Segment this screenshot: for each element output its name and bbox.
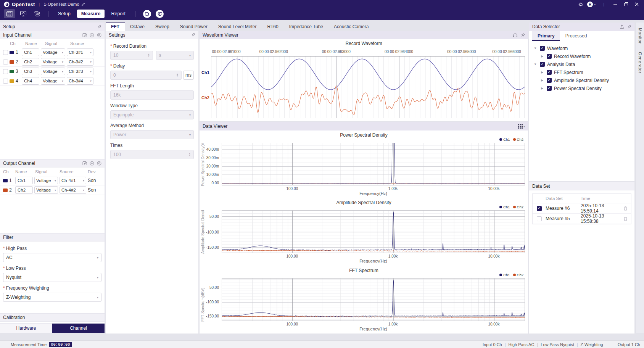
data-set-row[interactable]: Measure #62025-10-13 15:59:14 — [533, 203, 631, 214]
delay-spinner[interactable]: 0▲▼ — [110, 71, 182, 80]
source-select[interactable]: Ch-3#3▾ — [67, 68, 93, 75]
source-select[interactable]: Ch-3#2▾ — [67, 58, 93, 66]
tree-checkbox[interactable] — [547, 78, 552, 83]
spinner-arrows-icon[interactable]: ▲▼ — [188, 153, 191, 156]
signal-select[interactable]: Voltage▾ — [41, 77, 65, 85]
source-select[interactable]: Ch-3#4▾ — [67, 77, 93, 85]
tree-checkbox[interactable] — [547, 70, 552, 75]
selector-tab-processed[interactable]: Processed — [560, 31, 592, 41]
tab-fft[interactable]: FFT — [106, 23, 125, 31]
record-duration-spinner[interactable]: 10▲▼ — [110, 51, 153, 60]
tree-item[interactable]: ▶Record Waveform — [531, 52, 633, 60]
row-checkbox[interactable] — [3, 79, 8, 84]
data-set-checkbox[interactable] — [537, 216, 542, 221]
signal-select[interactable]: Voltage▾ — [34, 186, 58, 194]
pin-icon[interactable] — [97, 25, 101, 29]
nav-setup[interactable]: Setup — [54, 10, 75, 18]
channel-name-input[interactable]: Ch2 — [22, 58, 39, 66]
tree-checkbox[interactable] — [547, 54, 552, 59]
tree-item[interactable]: ▶Amplitude Spectral Density — [531, 76, 633, 84]
plot-area[interactable] — [222, 278, 525, 321]
tab-sound-power[interactable]: Sound Power — [175, 23, 213, 31]
setup-tab-hardware[interactable]: Hardware — [0, 324, 52, 333]
target-settings-icon[interactable] — [97, 33, 101, 37]
tab-impedance-tube[interactable]: Impedance Tube — [284, 23, 328, 31]
pin-icon[interactable] — [627, 25, 631, 29]
close-button[interactable] — [633, 2, 640, 7]
signal-select[interactable]: Voltage▾ — [41, 58, 65, 66]
delete-trash-icon[interactable] — [623, 206, 628, 211]
legend-item[interactable]: Ch1 — [499, 137, 510, 142]
edit-icon[interactable] — [82, 161, 87, 166]
channel-name-input[interactable]: Ch4 — [22, 77, 39, 85]
filter-low-pass-select[interactable]: Nyquist▾ — [3, 273, 101, 282]
tab-octave[interactable]: Octave — [125, 23, 150, 31]
setup-tab-channel[interactable]: Channel — [52, 324, 105, 333]
channel-name-input[interactable]: Ch1 — [22, 48, 39, 56]
data-set-row[interactable]: Measure #52025-10-13 15:58:38 — [533, 214, 631, 224]
source-select[interactable]: Ch-4#2▾ — [60, 186, 86, 194]
tree-collapse-icon[interactable]: ▶ — [540, 55, 544, 58]
legend-item[interactable]: Ch2 — [513, 273, 523, 277]
tree-expand-icon[interactable]: ▼ — [533, 47, 538, 50]
tab-acoustic-camera[interactable]: Acoustic Camera — [328, 23, 374, 31]
pin-icon[interactable] — [191, 33, 195, 37]
selector-tab-primary[interactable]: Primary — [532, 31, 560, 41]
filter-high-pass-select[interactable]: AC▾ — [3, 253, 101, 262]
tree-item[interactable]: ▶FFT Spectrum — [531, 68, 633, 76]
data-set-checkbox[interactable] — [537, 206, 542, 211]
tree-item[interactable]: ▼Analysis Data — [531, 60, 633, 68]
legend-item[interactable]: Ch1 — [499, 205, 510, 209]
tab-sound-level-meter[interactable]: Sound Level Meter — [213, 23, 262, 31]
plot-area[interactable] — [222, 210, 525, 253]
tree-collapse-icon[interactable]: ▶ — [540, 71, 544, 74]
record-duration-unit-select[interactable]: s▾ — [156, 51, 194, 60]
layout-grid-button[interactable]: ▾ — [518, 124, 525, 129]
export-upload-icon[interactable] — [620, 24, 624, 29]
channel-name-input[interactable]: Ch1 — [15, 177, 33, 184]
headphones-icon[interactable] — [513, 33, 518, 37]
fft-length-input[interactable]: 16k — [110, 90, 194, 100]
times-spinner[interactable]: 100▲▼ — [110, 150, 194, 159]
waveform-plot-area[interactable] — [211, 56, 525, 118]
spinner-arrows-icon[interactable]: ▲▼ — [148, 53, 150, 57]
legend-item[interactable]: Ch2 — [513, 205, 523, 209]
signal-select[interactable]: Voltage▾ — [34, 177, 58, 184]
account-menu[interactable]: R ▾ — [587, 2, 596, 7]
tab-sweep[interactable]: Sweep — [150, 23, 175, 31]
tree-item[interactable]: ▶Power Spectral Density — [531, 84, 633, 92]
row-checkbox[interactable] — [3, 50, 8, 55]
monitor-view-button[interactable] — [18, 9, 29, 18]
source-select[interactable]: Ch-3#1▾ — [67, 48, 93, 56]
nav-report[interactable]: Report — [107, 10, 130, 18]
undo-button[interactable] — [143, 10, 151, 18]
edit-pencil-icon[interactable] — [81, 2, 85, 6]
row-checkbox[interactable] — [3, 69, 8, 74]
tree-item[interactable]: ▼Waveform — [531, 44, 633, 52]
nav-measure[interactable]: Measure — [77, 10, 105, 18]
edit-icon[interactable] — [82, 33, 87, 37]
strip-generator[interactable]: Generator — [638, 52, 642, 73]
restore-button[interactable] — [623, 2, 630, 7]
add-icon[interactable] — [90, 33, 94, 37]
tree-checkbox[interactable] — [540, 62, 545, 67]
settings-gear-icon[interactable] — [578, 2, 583, 7]
sequence-view-button[interactable] — [31, 9, 43, 18]
spinner-arrows-icon[interactable]: ▲▼ — [176, 73, 179, 77]
signal-select[interactable]: Voltage▾ — [41, 48, 65, 56]
tree-collapse-icon[interactable]: ▶ — [540, 87, 544, 90]
signal-select[interactable]: Voltage▾ — [41, 68, 65, 75]
pin-icon[interactable] — [521, 33, 525, 37]
minimize-button[interactable] — [612, 2, 619, 7]
legend-item[interactable]: Ch1 — [499, 273, 510, 277]
replay-run-button[interactable] — [156, 10, 164, 18]
tree-checkbox[interactable] — [547, 86, 552, 91]
filter-frequency-weighting-select[interactable]: Z-Weighting▾ — [3, 293, 101, 302]
source-select[interactable]: Ch-4#1▾ — [60, 177, 86, 184]
plot-area[interactable] — [222, 143, 525, 185]
channel-name-input[interactable]: Ch3 — [22, 68, 39, 75]
target-settings-icon[interactable] — [97, 161, 101, 166]
tree-checkbox[interactable] — [540, 46, 545, 51]
add-icon[interactable] — [90, 161, 94, 166]
window-type-select[interactable]: Equiripple▾ — [110, 110, 194, 119]
